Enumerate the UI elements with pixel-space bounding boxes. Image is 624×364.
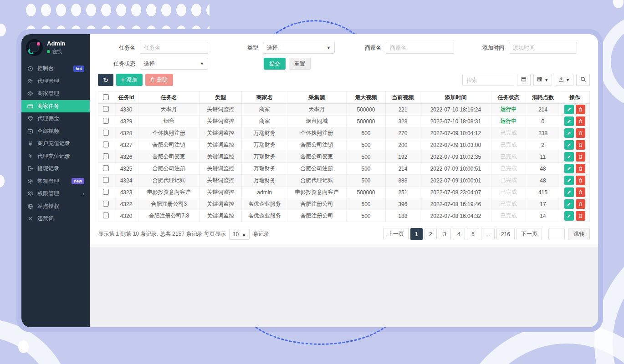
row-checkbox[interactable]	[103, 165, 109, 171]
edit-button[interactable]	[564, 116, 574, 126]
sidebar-item-withdrawal-records[interactable]: 提现记录	[21, 162, 90, 175]
main-content: 任务名 类型 选择 ▼ 商家名 添加	[90, 34, 598, 327]
cell-task-name: 合肥代理记账	[138, 175, 199, 187]
prev-page-button[interactable]: 上一页	[383, 228, 409, 240]
sidebar-item-merchant-tasks[interactable]: 商家任务	[21, 100, 90, 113]
sidebar-item-agent-commission[interactable]: 代理佣金	[21, 112, 90, 125]
edit-button[interactable]	[564, 211, 574, 221]
cell-type: 关键词监控	[199, 163, 242, 175]
cell-current-videos: 200	[386, 139, 420, 151]
sidebar-item-banned-words[interactable]: 违禁词	[21, 212, 90, 225]
cell-points: 2	[526, 139, 560, 151]
cell-task-name: 天率丹	[138, 104, 199, 116]
toggle-view-button[interactable]	[517, 74, 531, 86]
chevron-left-icon: ‹	[82, 190, 84, 197]
next-page-button[interactable]: 下一页	[517, 228, 542, 240]
row-checkbox[interactable]	[103, 130, 109, 136]
records-info-suffix: 条记录	[253, 230, 269, 238]
edit-button[interactable]	[564, 187, 574, 197]
page-button-5[interactable]: 5	[467, 228, 479, 240]
edit-button[interactable]	[564, 152, 574, 162]
sidebar-item-general-management[interactable]: 常规管理 new	[21, 175, 90, 188]
delete-row-button[interactable]	[576, 211, 585, 221]
sidebar-item-label: 控制台	[37, 65, 70, 72]
sidebar-item-console[interactable]: 控制台 hot	[21, 62, 90, 75]
cell-max-videos: 500	[346, 139, 385, 151]
delete-row-button[interactable]	[576, 176, 585, 185]
delete-row-button[interactable]	[576, 116, 585, 126]
sidebar-item-all-videos[interactable]: 全部视频	[21, 125, 90, 138]
sidebar-item-agent-recharge-records[interactable]: ¥ 代理充值记录	[21, 150, 90, 163]
delete-row-button[interactable]	[576, 164, 585, 173]
cell-actions	[560, 127, 590, 139]
yen-icon: ¥	[27, 141, 34, 147]
edit-button[interactable]	[564, 199, 574, 209]
search-input[interactable]	[462, 74, 514, 86]
edit-button[interactable]	[564, 105, 574, 114]
task-name-input[interactable]	[140, 42, 208, 54]
page-button-2[interactable]: 2	[425, 228, 437, 240]
sidebar-item-agent-management[interactable]: 代理管理	[21, 75, 90, 88]
cell-type: 关键词监控	[199, 210, 242, 222]
row-checkbox[interactable]	[103, 177, 109, 183]
sidebar-item-label: 商户充值记录	[37, 140, 84, 147]
delete-row-button[interactable]	[576, 105, 585, 114]
add-button[interactable]: + 添加	[116, 74, 143, 86]
edit-button[interactable]	[564, 128, 574, 138]
added-time-input[interactable]	[509, 42, 577, 54]
export-button[interactable]: ▼	[555, 74, 573, 86]
page-size-select[interactable]: 10 ▲	[229, 229, 250, 240]
page-button-3[interactable]: 3	[439, 228, 451, 240]
sidebar-item-site-authorization[interactable]: 站点授权	[21, 200, 90, 213]
delete-row-button[interactable]	[576, 187, 585, 197]
delete-row-button[interactable]	[576, 140, 585, 150]
row-checkbox[interactable]	[103, 212, 109, 218]
row-checkbox[interactable]	[103, 142, 109, 147]
row-checkbox[interactable]	[103, 153, 109, 159]
delete-row-button[interactable]	[576, 199, 585, 209]
task-status-select[interactable]: 选择 ▼	[140, 58, 208, 70]
status-badge: 运行中	[500, 118, 517, 124]
cell-current-videos: 396	[386, 198, 420, 210]
add-button-label: 添加	[127, 76, 138, 84]
cell-added-time: 2022-07-09 10:03:00	[420, 139, 491, 151]
cell-current-videos: 188	[386, 210, 420, 222]
delete-row-button[interactable]	[576, 152, 585, 162]
cell-points: 48	[526, 175, 560, 187]
sidebar-item-permission-management[interactable]: 权限管理 ‹	[21, 187, 90, 200]
cell-merchant: 万瑞财务	[242, 151, 287, 163]
merchant-name-input[interactable]	[386, 42, 454, 54]
row-checkbox[interactable]	[103, 189, 109, 195]
sidebar-item-merchant-recharge-records[interactable]: ¥ 商户充值记录	[21, 137, 90, 150]
submit-button[interactable]: 提交	[264, 58, 286, 70]
row-checkbox[interactable]	[103, 201, 109, 207]
reset-button[interactable]: 重置	[289, 58, 311, 70]
edit-button[interactable]	[564, 176, 574, 185]
page-button-216[interactable]: 216	[496, 228, 515, 240]
type-select[interactable]: 选择 ▼	[263, 42, 335, 54]
cell-actions	[560, 139, 590, 151]
page-button-4[interactable]: 4	[453, 228, 465, 240]
refresh-button[interactable]: ↻	[98, 74, 113, 86]
jump-button[interactable]: 跳转	[568, 228, 590, 240]
cell-added-time: 2022-07-08 23:04:07	[420, 187, 491, 198]
edit-button[interactable]	[564, 140, 574, 150]
row-checkbox[interactable]	[103, 118, 109, 124]
header-actions: 操作	[560, 92, 590, 104]
delete-row-button[interactable]	[576, 128, 585, 138]
select-all-checkbox[interactable]	[103, 94, 109, 100]
user-panel[interactable]: Admin 在线	[21, 34, 90, 61]
header-source: 采集源	[287, 92, 346, 104]
delete-button[interactable]: 删除	[145, 74, 173, 86]
jump-page-input[interactable]	[548, 228, 565, 240]
table-row: 4322 合肥注册公司3 关键词监控 名优企业服务 合肥注册公司 500 396…	[98, 198, 590, 210]
cell-type: 关键词监控	[199, 116, 242, 127]
columns-button[interactable]: ▼	[533, 74, 552, 86]
cell-merchant: 万瑞财务	[242, 139, 287, 151]
row-checkbox[interactable]	[103, 106, 109, 112]
sidebar-item-merchant-management[interactable]: 商家管理	[21, 87, 90, 100]
page-button-1[interactable]: 1	[410, 228, 423, 240]
search-button[interactable]	[576, 74, 590, 86]
edit-button[interactable]	[564, 164, 574, 173]
merchant-name-label: 商家名	[344, 44, 386, 52]
